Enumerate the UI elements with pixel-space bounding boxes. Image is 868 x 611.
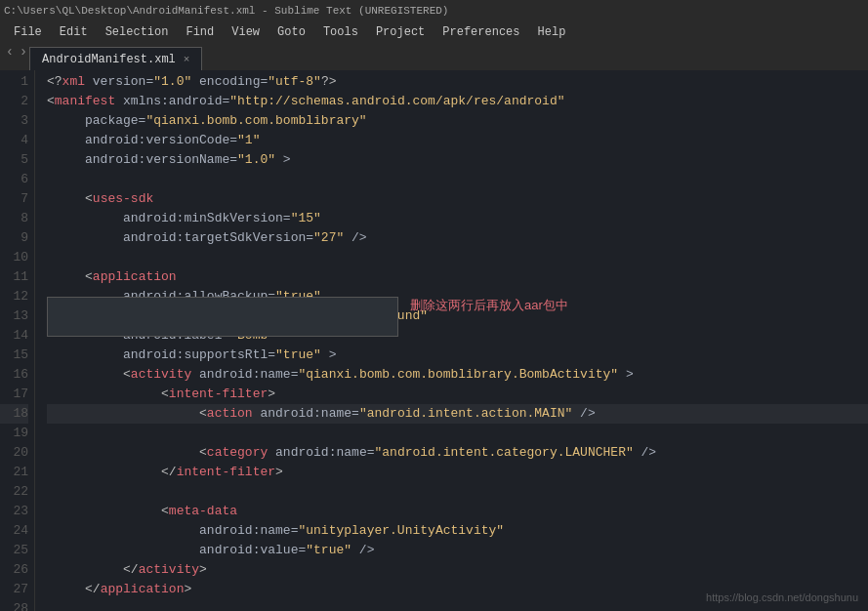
nav-back[interactable]: ‹ — [4, 43, 16, 61]
tooltip-text: 删除这两行后再放入aar包中 — [410, 297, 568, 314]
menu-bar: File Edit Selection Find View Goto Tools… — [0, 21, 868, 43]
menu-selection[interactable]: Selection — [98, 23, 177, 41]
code-line-21: </intent-filter> — [47, 463, 868, 482]
code-line-19 — [47, 424, 868, 443]
line-num: 22 — [0, 482, 28, 502]
line-num: 20 — [0, 443, 28, 463]
code-line-22 — [47, 482, 868, 502]
line-num: 13 — [0, 306, 28, 326]
line-num: 23 — [0, 502, 28, 521]
line-num: 28 — [0, 599, 28, 611]
code-area[interactable]: <?xml version="1.0" encoding="utf-8"?> <… — [35, 70, 868, 611]
menu-edit[interactable]: Edit — [52, 23, 96, 41]
code-line-2: <manifest xmlns:android="http://schemas.… — [47, 92, 868, 111]
line-num: 3 — [0, 111, 28, 131]
menu-tools[interactable]: Tools — [315, 23, 366, 41]
menu-help[interactable]: Help — [530, 23, 574, 41]
line-num: 7 — [0, 189, 28, 209]
line-num: 24 — [0, 521, 28, 541]
menu-view[interactable]: View — [224, 23, 268, 41]
code-line-17: <intent-filter> — [47, 385, 868, 404]
code-line-6 — [47, 170, 868, 189]
tab-close[interactable]: × — [184, 54, 190, 65]
code-line-11: <application — [47, 267, 868, 287]
tab-bar: ‹ › AndroidManifest.xml × — [0, 43, 868, 70]
menu-preferences[interactable]: Preferences — [434, 23, 527, 41]
tab-androidmanifest[interactable]: AndroidManifest.xml × — [29, 47, 202, 70]
line-num: 9 — [0, 228, 28, 248]
line-num: 17 — [0, 385, 28, 404]
code-line-4: android:versionCode="1" — [47, 131, 868, 150]
code-line-18: <action android:name="android.intent.act… — [47, 404, 868, 424]
menu-file[interactable]: File — [6, 23, 50, 41]
line-num: 5 — [0, 150, 28, 170]
line-num: 26 — [0, 560, 28, 580]
title-bar: C:\Users\QL\Desktop\AndroidManifest.xml … — [0, 0, 868, 21]
code-line-20: <category android:name="android.intent.c… — [47, 443, 868, 463]
line-num: 2 — [0, 92, 28, 111]
watermark: https://blog.csdn.net/dongshunu — [706, 591, 858, 603]
line-num: 18 — [0, 404, 28, 424]
code-line-23: <meta-data — [47, 502, 868, 521]
highlight-box — [47, 297, 398, 337]
line-num: 25 — [0, 541, 28, 560]
line-num: 15 — [0, 346, 28, 365]
code-line-25: android:value="true" /> — [47, 541, 868, 560]
line-num: 6 — [0, 170, 28, 189]
nav-forward[interactable]: › — [18, 43, 29, 61]
line-num: 10 — [0, 248, 28, 267]
line-num: 27 — [0, 580, 28, 599]
line-num: 8 — [0, 209, 28, 228]
code-line-26: </activity> — [47, 560, 868, 580]
code-line-15: android:supportsRtl="true" > — [47, 346, 868, 365]
code-line-10 — [47, 248, 868, 267]
menu-find[interactable]: Find — [178, 23, 222, 41]
code-line-8: android:minSdkVersion="15" — [47, 209, 868, 228]
code-line-1: <?xml version="1.0" encoding="utf-8"?> — [47, 72, 868, 92]
menu-goto[interactable]: Goto — [269, 23, 313, 41]
code-line-16: <activity android:name="qianxi.bomb.com.… — [47, 365, 868, 385]
line-numbers: 1 2 3 4 5 6 7 8 9 10 11 12 13 14 15 16 1… — [0, 70, 35, 611]
code-line-9: android:targetSdkVersion="27" /> — [47, 228, 868, 248]
code-line-5: android:versionName="1.0" > — [47, 150, 868, 170]
editor: 1 2 3 4 5 6 7 8 9 10 11 12 13 14 15 16 1… — [0, 70, 868, 611]
line-num: 21 — [0, 463, 28, 482]
tab-filename: AndroidManifest.xml — [42, 53, 176, 66]
menu-project[interactable]: Project — [368, 23, 433, 41]
line-num: 1 — [0, 72, 28, 92]
line-num: 11 — [0, 267, 28, 287]
code-line-24: android:name="unityplayer.UnityActivity" — [47, 521, 868, 541]
code-line-3: package="qianxi.bomb.com.bomblibrary" — [47, 111, 868, 131]
line-num: 4 — [0, 131, 28, 150]
line-num: 14 — [0, 326, 28, 346]
line-num: 12 — [0, 287, 28, 306]
line-num: 16 — [0, 365, 28, 385]
line-num: 19 — [0, 424, 28, 443]
title-bar-text: C:\Users\QL\Desktop\AndroidManifest.xml … — [4, 5, 448, 17]
code-line-7: <uses-sdk — [47, 189, 868, 209]
